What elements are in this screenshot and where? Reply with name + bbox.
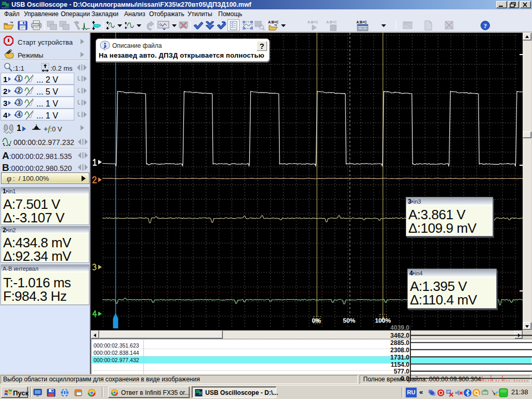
svg-text:A:B+C: A:B+C: [268, 20, 278, 24]
svg-text:3: 3: [17, 99, 20, 105]
svg-text:A:B+C: A:B+C: [308, 20, 318, 24]
svg-text:1: 1: [17, 75, 20, 82]
svg-text:50%: 50%: [343, 317, 355, 324]
svg-text:A:B+C: A:B+C: [326, 20, 337, 24]
svg-text:100%: 100%: [375, 317, 391, 324]
svg-text:?: ?: [484, 22, 487, 30]
svg-text:4: 4: [17, 111, 21, 117]
svg-text:A:B+C: A:B+C: [356, 20, 367, 24]
svg-text:2: 2: [17, 87, 20, 94]
svg-text:0%: 0%: [312, 317, 321, 324]
